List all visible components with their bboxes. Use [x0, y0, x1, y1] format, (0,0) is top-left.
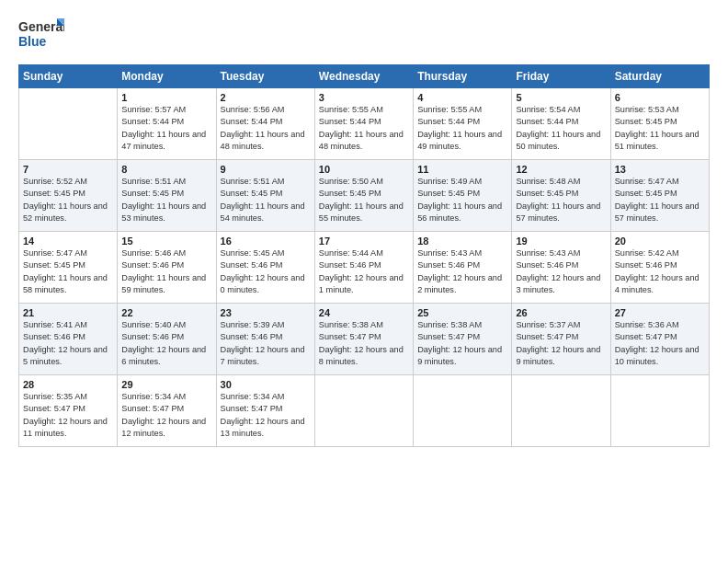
calendar-cell: 26Sunrise: 5:37 AMSunset: 5:47 PMDayligh… [512, 304, 610, 375]
header-saturday: Saturday [610, 65, 709, 88]
calendar-cell: 9Sunrise: 5:51 AMSunset: 5:45 PMDaylight… [216, 160, 314, 232]
day-number: 11 [417, 164, 507, 175]
calendar-cell: 11Sunrise: 5:49 AMSunset: 5:45 PMDayligh… [414, 160, 512, 232]
cell-details: Sunrise: 5:50 AMSunset: 5:45 PMDaylight:… [319, 177, 404, 223]
calendar-cell [512, 375, 610, 447]
day-number: 26 [516, 307, 606, 318]
calendar-cell: 17Sunrise: 5:44 AMSunset: 5:46 PMDayligh… [314, 232, 413, 304]
logo: General Blue [18, 17, 64, 55]
day-number: 29 [121, 379, 211, 390]
svg-text:Blue: Blue [18, 34, 47, 49]
header-wednesday: Wednesday [314, 65, 413, 88]
calendar-cell: 23Sunrise: 5:39 AMSunset: 5:46 PMDayligh… [216, 304, 314, 375]
day-number: 22 [121, 307, 211, 318]
calendar-week-4: 28Sunrise: 5:35 AMSunset: 5:47 PMDayligh… [19, 375, 710, 447]
day-number: 8 [121, 164, 211, 175]
calendar-cell: 30Sunrise: 5:34 AMSunset: 5:47 PMDayligh… [216, 375, 314, 447]
calendar-cell: 3Sunrise: 5:55 AMSunset: 5:44 PMDaylight… [314, 88, 413, 160]
calendar-table: Sunday Monday Tuesday Wednesday Thursday… [18, 64, 710, 447]
day-number: 24 [319, 307, 409, 318]
logo-svg: General Blue [18, 17, 64, 55]
day-number: 25 [417, 307, 507, 318]
cell-details: Sunrise: 5:46 AMSunset: 5:46 PMDaylight:… [121, 248, 206, 294]
calendar-cell: 28Sunrise: 5:35 AMSunset: 5:47 PMDayligh… [19, 375, 118, 447]
day-number: 15 [121, 236, 211, 247]
day-number: 7 [23, 164, 113, 175]
cell-details: Sunrise: 5:38 AMSunset: 5:47 PMDaylight:… [319, 320, 404, 366]
cell-details: Sunrise: 5:51 AMSunset: 5:45 PMDaylight:… [221, 177, 305, 223]
calendar-cell: 20Sunrise: 5:42 AMSunset: 5:46 PMDayligh… [610, 232, 709, 304]
cell-details: Sunrise: 5:39 AMSunset: 5:46 PMDaylight:… [221, 320, 305, 366]
header-tuesday: Tuesday [216, 65, 314, 88]
calendar-week-0: 1Sunrise: 5:57 AMSunset: 5:44 PMDaylight… [19, 88, 710, 160]
calendar-cell [19, 88, 118, 160]
calendar-cell: 8Sunrise: 5:51 AMSunset: 5:45 PMDaylight… [118, 160, 216, 232]
day-number: 21 [23, 307, 113, 318]
cell-details: Sunrise: 5:54 AMSunset: 5:44 PMDaylight:… [516, 105, 600, 151]
day-number: 4 [417, 92, 507, 103]
calendar-week-3: 21Sunrise: 5:41 AMSunset: 5:46 PMDayligh… [19, 304, 710, 375]
header-friday: Friday [512, 65, 610, 88]
calendar-cell: 19Sunrise: 5:43 AMSunset: 5:46 PMDayligh… [512, 232, 610, 304]
day-number: 10 [319, 164, 409, 175]
calendar-cell [314, 375, 413, 447]
page: General Blue Sunday Monday Tuesday Wedne… [0, 0, 728, 563]
cell-details: Sunrise: 5:41 AMSunset: 5:46 PMDaylight:… [23, 320, 108, 366]
calendar-cell: 10Sunrise: 5:50 AMSunset: 5:45 PMDayligh… [314, 160, 413, 232]
calendar-week-2: 14Sunrise: 5:47 AMSunset: 5:45 PMDayligh… [19, 232, 710, 304]
calendar-cell: 27Sunrise: 5:36 AMSunset: 5:47 PMDayligh… [610, 304, 709, 375]
header: General Blue [18, 17, 710, 55]
cell-details: Sunrise: 5:37 AMSunset: 5:47 PMDaylight:… [516, 320, 600, 366]
calendar-cell: 18Sunrise: 5:43 AMSunset: 5:46 PMDayligh… [414, 232, 512, 304]
day-number: 23 [221, 307, 311, 318]
calendar-cell: 7Sunrise: 5:52 AMSunset: 5:45 PMDaylight… [19, 160, 118, 232]
calendar-cell: 25Sunrise: 5:38 AMSunset: 5:47 PMDayligh… [414, 304, 512, 375]
cell-details: Sunrise: 5:57 AMSunset: 5:44 PMDaylight:… [121, 105, 206, 151]
day-number: 30 [221, 379, 311, 390]
cell-details: Sunrise: 5:34 AMSunset: 5:47 PMDaylight:… [121, 392, 206, 438]
calendar-cell: 22Sunrise: 5:40 AMSunset: 5:46 PMDayligh… [118, 304, 216, 375]
day-number: 14 [23, 236, 113, 247]
day-number: 12 [516, 164, 606, 175]
calendar-cell: 12Sunrise: 5:48 AMSunset: 5:45 PMDayligh… [512, 160, 610, 232]
cell-details: Sunrise: 5:49 AMSunset: 5:45 PMDaylight:… [417, 177, 502, 223]
calendar-cell: 1Sunrise: 5:57 AMSunset: 5:44 PMDaylight… [118, 88, 216, 160]
cell-details: Sunrise: 5:42 AMSunset: 5:46 PMDaylight:… [615, 248, 700, 294]
day-number: 16 [221, 236, 311, 247]
calendar-cell: 16Sunrise: 5:45 AMSunset: 5:46 PMDayligh… [216, 232, 314, 304]
header-thursday: Thursday [414, 65, 512, 88]
day-number: 9 [221, 164, 311, 175]
day-number: 3 [319, 92, 409, 103]
cell-details: Sunrise: 5:36 AMSunset: 5:47 PMDaylight:… [615, 320, 700, 366]
cell-details: Sunrise: 5:35 AMSunset: 5:47 PMDaylight:… [23, 392, 108, 438]
day-number: 27 [615, 307, 705, 318]
calendar-cell: 5Sunrise: 5:54 AMSunset: 5:44 PMDaylight… [512, 88, 610, 160]
calendar-cell: 4Sunrise: 5:55 AMSunset: 5:44 PMDaylight… [414, 88, 512, 160]
cell-details: Sunrise: 5:45 AMSunset: 5:46 PMDaylight:… [221, 248, 305, 294]
cell-details: Sunrise: 5:40 AMSunset: 5:46 PMDaylight:… [121, 320, 206, 366]
calendar-cell: 21Sunrise: 5:41 AMSunset: 5:46 PMDayligh… [19, 304, 118, 375]
cell-details: Sunrise: 5:47 AMSunset: 5:45 PMDaylight:… [23, 248, 108, 294]
calendar-cell: 6Sunrise: 5:53 AMSunset: 5:45 PMDaylight… [610, 88, 709, 160]
calendar-week-1: 7Sunrise: 5:52 AMSunset: 5:45 PMDaylight… [19, 160, 710, 232]
calendar-cell: 2Sunrise: 5:56 AMSunset: 5:44 PMDaylight… [216, 88, 314, 160]
cell-details: Sunrise: 5:56 AMSunset: 5:44 PMDaylight:… [221, 105, 305, 151]
calendar-cell: 15Sunrise: 5:46 AMSunset: 5:46 PMDayligh… [118, 232, 216, 304]
day-number: 13 [615, 164, 705, 175]
header-monday: Monday [118, 65, 216, 88]
cell-details: Sunrise: 5:47 AMSunset: 5:45 PMDaylight:… [615, 177, 700, 223]
cell-details: Sunrise: 5:43 AMSunset: 5:46 PMDaylight:… [516, 248, 600, 294]
day-number: 1 [121, 92, 211, 103]
cell-details: Sunrise: 5:55 AMSunset: 5:44 PMDaylight:… [319, 105, 404, 151]
calendar-cell: 24Sunrise: 5:38 AMSunset: 5:47 PMDayligh… [314, 304, 413, 375]
cell-details: Sunrise: 5:44 AMSunset: 5:46 PMDaylight:… [319, 248, 404, 294]
cell-details: Sunrise: 5:43 AMSunset: 5:46 PMDaylight:… [417, 248, 502, 294]
day-number: 2 [221, 92, 311, 103]
calendar-cell: 29Sunrise: 5:34 AMSunset: 5:47 PMDayligh… [118, 375, 216, 447]
calendar-cell [610, 375, 709, 447]
calendar-cell: 14Sunrise: 5:47 AMSunset: 5:45 PMDayligh… [19, 232, 118, 304]
day-number: 6 [615, 92, 705, 103]
cell-details: Sunrise: 5:38 AMSunset: 5:47 PMDaylight:… [417, 320, 502, 366]
header-row: Sunday Monday Tuesday Wednesday Thursday… [19, 65, 710, 88]
header-sunday: Sunday [19, 65, 118, 88]
